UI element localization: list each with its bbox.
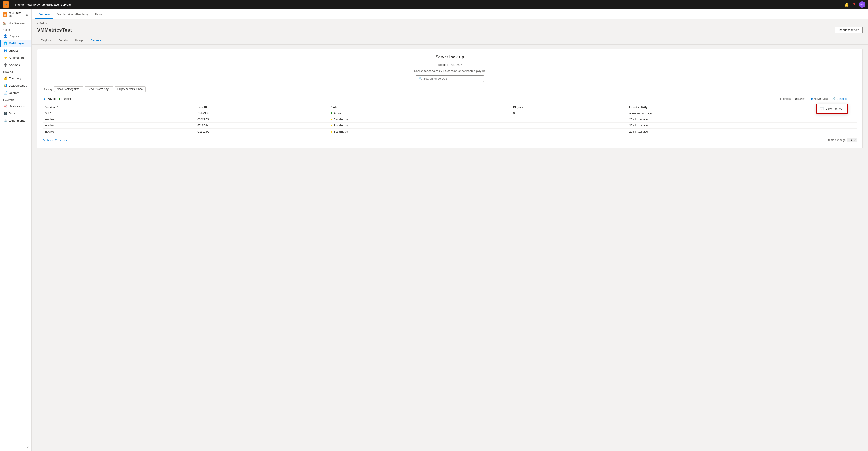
sidebar-item-experiments[interactable]: 🔬 Experiments: [0, 117, 31, 124]
sidebar-item-title-overview[interactable]: 🏠 Title Overview: [0, 20, 31, 26]
region-selector[interactable]: Region: East US ▾: [438, 63, 462, 66]
title-overview-label: Title Overview: [8, 22, 25, 25]
sidebar-item-leaderboards[interactable]: 📊 Leaderboards: [0, 82, 31, 89]
session-id-cell: Inactive: [43, 117, 195, 123]
items-per-page-select[interactable]: 10 25 50: [847, 138, 857, 143]
breadcrumb-link[interactable]: Builds: [39, 22, 47, 25]
sidebar-item-addons[interactable]: ➕ Add-ons: [0, 61, 31, 68]
breadcrumb[interactable]: ‹ Builds: [32, 19, 868, 25]
filters-bar: Display Newer activity first ▾ Server st…: [43, 86, 857, 92]
archived-servers-arrow-icon: ›: [66, 139, 67, 142]
sidebar-item-dashboards-label: Dashboards: [9, 104, 25, 108]
state-label: Standing by: [334, 130, 348, 133]
tab-matchmaking[interactable]: Matchmaking (Preview): [53, 10, 91, 19]
server-state-filter-btn[interactable]: Server state: Any ▾: [85, 86, 113, 92]
sidebar-item-multiplayer[interactable]: 🌐 Multiplayer: [0, 39, 31, 47]
sub-tab-servers[interactable]: Servers: [87, 37, 105, 44]
topbar-divider: [12, 2, 12, 7]
table-row: GUID DFF23S5 Active 0 a few seconds ago: [43, 110, 857, 117]
search-input[interactable]: [424, 77, 482, 80]
sidebar-item-multiplayer-label: Multiplayer: [9, 41, 24, 45]
items-per-page-label: Items per page: [828, 139, 846, 142]
experiments-icon: 🔬: [3, 119, 7, 122]
app-icon: ⊞: [3, 12, 7, 18]
view-metrics-label: View metrics: [826, 107, 842, 110]
players-cell: [512, 129, 627, 135]
notification-icon[interactable]: 🔔: [844, 2, 849, 7]
col-state: State: [329, 104, 512, 110]
help-icon[interactable]: ❓: [852, 2, 856, 7]
archived-servers-link[interactable]: Archived Servers ›: [43, 139, 67, 142]
display-filter-arrow-icon: ▾: [80, 88, 81, 90]
economy-icon: 💰: [3, 77, 7, 80]
topbar: 🎮 Thunderhead (PlayFab Multiplayer Serve…: [0, 0, 868, 9]
engage-section-label: ENGAGE: [0, 68, 31, 74]
display-filter-btn[interactable]: Newer activity first ▾: [54, 86, 83, 92]
servers-count: 4 servers: [780, 97, 791, 100]
avatar[interactable]: RA: [859, 1, 865, 8]
vm-header-row: ▲ VM ID Running 4 servers 0 players: [43, 94, 857, 103]
region-label: Region: East US: [438, 63, 460, 66]
state-label: Standing by: [334, 124, 348, 127]
vm-stats: 4 servers 0 players Active: Now 🔗 Connec…: [780, 96, 857, 101]
sidebar-item-automation[interactable]: ⚡ Automation: [0, 54, 31, 61]
sidebar-item-data-label: Data: [9, 112, 15, 115]
sessions-table: Session ID Host ID State Players Latest …: [43, 104, 857, 135]
vm-status-badge: Running: [59, 97, 72, 100]
more-options-button[interactable]: ···: [851, 96, 857, 101]
sidebar-item-content[interactable]: 📄 Content: [0, 89, 31, 96]
search-icon: 🔍: [418, 77, 422, 80]
vm-id-label: VM ID: [48, 97, 56, 101]
page-header: VMMetricsTest Request server: [32, 25, 868, 37]
host-id-cell: 6719D2A: [195, 123, 329, 129]
sidebar-item-content-label: Content: [9, 91, 19, 94]
sub-tabs: Regions Details Usage Servers: [32, 37, 868, 44]
table-row: Inactive 062C9E5 Standing by 20 minutes …: [43, 117, 857, 123]
latest-activity-cell: 20 minutes ago: [627, 123, 857, 129]
empty-servers-filter-btn[interactable]: Empty servers: Show: [115, 86, 146, 92]
svg-text:⊞: ⊞: [4, 14, 6, 16]
sub-tab-regions[interactable]: Regions: [37, 37, 55, 44]
sidebar-item-experiments-label: Experiments: [9, 119, 25, 122]
table-row: Inactive 6719D2A Standing by 20 minutes …: [43, 123, 857, 129]
topbar-title: Thunderhead (PlayFab Multiplayer Servers…: [15, 3, 72, 6]
sidebar-item-data[interactable]: 🗄️ Data: [0, 110, 31, 117]
app-selector[interactable]: ⊞ MPS test title ⚙: [0, 9, 31, 20]
leaderboards-icon: 📊: [3, 84, 7, 87]
sidebar-item-automation-label: Automation: [9, 56, 24, 59]
sub-tab-details[interactable]: Details: [55, 37, 71, 44]
sidebar-item-groups[interactable]: 👥 Groups: [0, 47, 31, 54]
col-players: Players: [512, 104, 627, 110]
tab-servers[interactable]: Servers: [35, 10, 53, 19]
tab-party[interactable]: Party: [91, 10, 105, 19]
more-options-dropdown: 📊 View metrics: [816, 103, 848, 114]
view-metrics-item[interactable]: 📊 View metrics: [817, 105, 847, 112]
sidebar-item-economy[interactable]: 💰 Economy: [0, 74, 31, 82]
settings-icon[interactable]: ⚙: [26, 13, 29, 17]
server-state-value: Any: [104, 88, 108, 91]
page-title: VMMetricsTest: [37, 27, 72, 33]
sidebar-collapse-btn[interactable]: «: [0, 443, 31, 451]
breadcrumb-arrow: ‹: [37, 22, 38, 25]
items-per-page: Items per page 10 25 50: [828, 138, 857, 143]
server-state-arrow-icon: ▾: [110, 88, 111, 90]
addons-icon: ➕: [3, 63, 7, 67]
col-session-id: Session ID: [43, 104, 195, 110]
vm-status-label: Running: [62, 97, 72, 100]
view-metrics-icon: 📊: [820, 107, 824, 110]
groups-icon: 👥: [3, 49, 7, 52]
running-dot: [59, 98, 60, 100]
sidebar-item-players[interactable]: 👤 Players: [0, 32, 31, 39]
active-label: Active: Now: [813, 97, 828, 100]
vm-collapse-btn[interactable]: ▲: [43, 97, 46, 101]
sidebar: ⊞ MPS test title ⚙ 🏠 Title Overview BUIL…: [0, 9, 32, 451]
players-cell: 0: [512, 110, 627, 117]
request-server-button[interactable]: Request server: [835, 27, 863, 33]
session-id-cell: Inactive: [43, 129, 195, 135]
automation-icon: ⚡: [3, 56, 7, 59]
connect-button[interactable]: 🔗 Connect: [832, 97, 847, 100]
sub-tab-usage[interactable]: Usage: [71, 37, 87, 44]
sidebar-item-dashboards[interactable]: 📈 Dashboards: [0, 102, 31, 110]
players-count: 0 players: [795, 97, 806, 100]
data-icon: 🗄️: [3, 112, 7, 115]
